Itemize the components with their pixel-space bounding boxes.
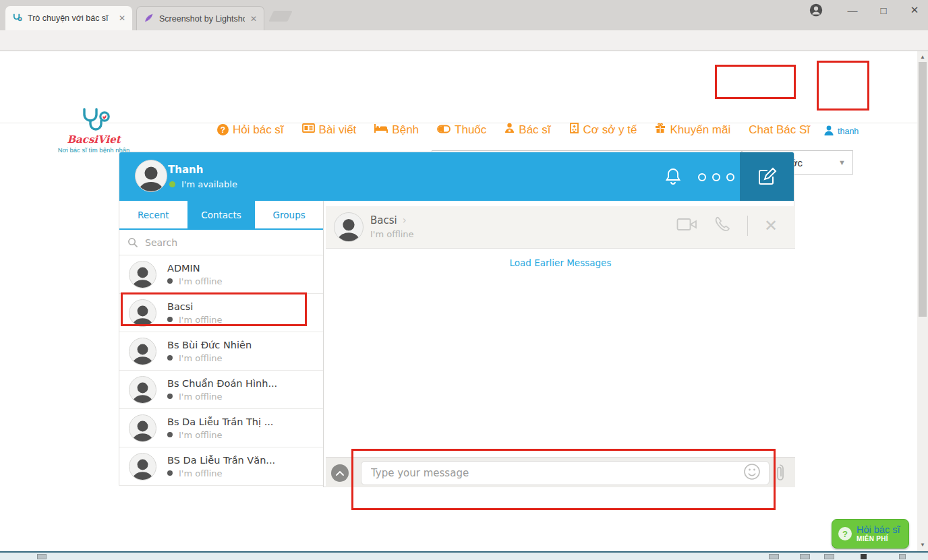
stethoscope-icon — [57, 108, 131, 135]
message-input[interactable] — [370, 466, 743, 480]
browser-tab-active[interactable]: Trò chuyện với bác sĩ ✕ — [5, 6, 132, 30]
newspaper-icon — [302, 123, 315, 137]
tab-close-icon[interactable]: ✕ — [250, 14, 257, 24]
tab-recent[interactable]: Recent — [119, 201, 187, 228]
site-header: BacsiViet Nơi bác sĩ tìm bệnh nhân ? Hỏi… — [0, 51, 917, 123]
nav-item-thuoc[interactable]: Thuốc — [437, 123, 486, 137]
contact-row-admin[interactable]: ADMIN I'm offline — [119, 255, 323, 294]
contact-search-box[interactable] — [119, 230, 323, 255]
compose-icon — [757, 166, 777, 187]
nav-item-benh[interactable]: Bệnh — [374, 123, 419, 137]
voice-call-icon[interactable] — [714, 216, 731, 236]
avatar — [129, 338, 156, 365]
browser-tab-bar: — □ ✕ Trò chuyện với bác sĩ ✕ Screenshot… — [0, 0, 928, 30]
contact-search-input[interactable] — [144, 237, 315, 249]
window-close-button[interactable]: ✕ — [901, 0, 928, 20]
nav-label: Bác sĩ — [519, 123, 550, 137]
chat-widget-header: Thanh I'm available — [119, 152, 794, 201]
offline-status-dot — [167, 394, 173, 399]
tab-close-icon[interactable]: ✕ — [119, 13, 125, 23]
more-options-icon[interactable] — [698, 173, 734, 181]
chat-tabs: Recent Contacts Groups — [119, 201, 323, 230]
window-maximize-button[interactable]: □ — [870, 0, 897, 20]
search-icon — [127, 237, 138, 247]
nav-item-bac-si[interactable]: Bác sĩ — [504, 123, 550, 137]
screen: — □ ✕ Trò chuyện với bác sĩ ✕ Screenshot… — [0, 0, 928, 560]
message-input-box[interactable] — [361, 461, 770, 485]
logo-text: BacsiViet — [57, 135, 131, 144]
conversation-header: Bacsi› I'm offline ✕ — [326, 206, 795, 249]
attachment-paperclip-icon[interactable] — [775, 464, 784, 485]
my-status[interactable]: I'm available — [169, 179, 237, 189]
notifications-bell-icon[interactable] — [664, 167, 682, 189]
lightshot-favicon — [144, 13, 154, 25]
browser-profile-icon[interactable] — [803, 0, 830, 20]
nav-item-khuyen-mai[interactable]: Khuyến mãi — [655, 123, 730, 137]
nav-item-hoi-bac-si[interactable]: ? Hỏi bác sĩ — [217, 123, 284, 137]
nav-label: Bài viết — [319, 123, 357, 137]
contact-row[interactable]: BS Da Liễu Trần Văn... I'm offline — [119, 447, 323, 486]
contact-row[interactable]: Bs Bùi Đức Nhiên I'm offline — [119, 332, 323, 371]
browser-tab-inactive[interactable]: Screenshot by Lightshot ✕ — [136, 6, 264, 30]
contact-row[interactable]: Bs Chuẩn Đoán Hình... I'm offline — [119, 371, 323, 409]
question-icon: ? — [838, 527, 852, 540]
nav-item-chat-bac-si[interactable]: Chat Bác Sĩ — [749, 123, 810, 137]
close-conversation-icon[interactable]: ✕ — [764, 218, 778, 234]
gift-icon — [655, 123, 666, 137]
my-name: Thanh — [168, 164, 203, 176]
chevron-up-icon — [336, 470, 344, 476]
emoji-icon[interactable] — [743, 463, 761, 483]
avatar — [129, 261, 156, 288]
scroll-up-icon[interactable]: ▲ — [917, 54, 928, 60]
username: thanh — [838, 127, 859, 136]
compose-message-button[interactable] — [740, 152, 794, 201]
chat-widget: Thanh I'm available Recent Contacts Grou… — [119, 152, 794, 487]
taskbar-icon — [861, 554, 867, 559]
contact-row-bacsi[interactable]: Bacsi I'm offline — [119, 294, 323, 332]
taskbar-icon — [37, 554, 47, 559]
site-logo[interactable]: BacsiViet Nơi bác sĩ tìm bệnh nhân — [57, 108, 131, 154]
conversation-contact-status: I'm offline — [370, 229, 414, 239]
avatar — [129, 414, 156, 442]
conversation-footer — [326, 457, 795, 487]
browser-toolbar: ← → ⌂ bacsiviet.vn /messages ☆ a ⋮ — [0, 30, 928, 51]
window-minimize-button[interactable]: — — [839, 0, 866, 20]
nav-label: Thuốc — [455, 123, 486, 137]
pill-icon — [437, 123, 451, 137]
taskbar-icon — [769, 554, 779, 559]
collapse-button[interactable] — [331, 464, 349, 482]
tab-contacts[interactable]: Contacts — [187, 201, 256, 228]
question-circle-icon: ? — [217, 124, 229, 135]
offline-status-dot — [167, 355, 173, 361]
tab-title: Screenshot by Lightshot — [159, 14, 245, 24]
contacts-panel: Recent Contacts Groups ADMIN I'm offline… — [119, 201, 324, 487]
load-earlier-messages-link[interactable]: Load Earlier Messages — [326, 257, 795, 268]
taskbar-icon — [824, 554, 834, 559]
chevron-right-icon: › — [403, 214, 407, 226]
video-call-icon[interactable] — [676, 216, 697, 235]
offline-status-dot — [167, 470, 173, 476]
conversation-messages-area: Load Earlier Messages — [326, 249, 795, 457]
avatar — [129, 376, 156, 404]
offline-status-dot — [167, 432, 173, 437]
nav-label: Khuyến mãi — [670, 123, 730, 137]
new-tab-button[interactable] — [268, 11, 292, 22]
user-account-link[interactable]: thanh — [824, 125, 859, 137]
user-icon — [824, 125, 834, 137]
conversation-contact-name[interactable]: Bacsi› — [370, 214, 407, 226]
tab-title: Trò chuyện với bác sĩ — [28, 13, 113, 23]
nav-label: Cơ sở y tế — [583, 123, 637, 137]
main-nav: ? Hỏi bác sĩ Bài viết Bệnh Thuốc Bác sĩ — [217, 123, 810, 137]
nav-label: Hỏi bác sĩ — [233, 123, 284, 137]
page-scrollbar[interactable]: ▲ ▼ — [917, 51, 928, 551]
tab-groups[interactable]: Groups — [255, 201, 323, 228]
contact-row[interactable]: Bs Da Liễu Trần Thị ... I'm offline — [119, 409, 323, 447]
scroll-down-icon[interactable]: ▼ — [917, 542, 928, 548]
scrollbar-thumb[interactable] — [919, 62, 927, 317]
avatar — [129, 299, 156, 327]
chevron-down-icon: ▼ — [838, 158, 846, 166]
nav-item-bai-viet[interactable]: Bài viết — [302, 123, 357, 137]
nav-item-co-so-y-te[interactable]: Cơ sở y tế — [569, 123, 637, 137]
avatar — [135, 160, 167, 192]
ask-doctor-floating-button[interactable]: ? Hỏi bác sĩ MIỄN PHÍ — [832, 519, 909, 549]
